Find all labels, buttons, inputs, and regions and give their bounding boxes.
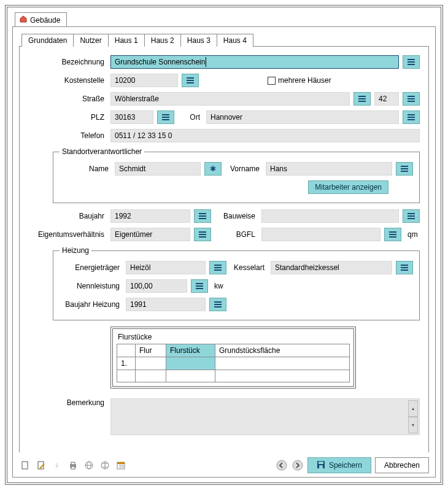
bulb-icon: ♀: [54, 460, 61, 470]
input-baujahr[interactable]: 1992: [110, 209, 190, 223]
input-strasse[interactable]: Wöhlerstraße: [110, 92, 350, 106]
tab-nutzer[interactable]: Nutzer: [73, 34, 108, 47]
input-bauweise[interactable]: [261, 209, 399, 223]
lookup-ort[interactable]: [403, 110, 420, 124]
label-baujahr: Baujahr: [28, 212, 107, 220]
schedule-button[interactable]: [115, 459, 127, 471]
legend-heizung: Heizung: [60, 246, 91, 255]
label-nennleistung: Nennleistung: [60, 282, 122, 290]
label-telefon: Telefon: [28, 131, 107, 140]
table-row[interactable]: 1.: [117, 357, 350, 370]
input-name[interactable]: Schmidt: [115, 162, 201, 176]
lookup-bezeichnung[interactable]: [403, 55, 420, 69]
checkbox-box: [268, 77, 276, 85]
forward-button[interactable]: [292, 459, 304, 471]
label-bemerkung: Bemerkung: [28, 398, 107, 407]
lookup-plz[interactable]: [157, 110, 174, 124]
svg-rect-58: [117, 462, 125, 464]
table-row[interactable]: [117, 370, 350, 382]
flur-table[interactable]: Flur Flurstück Grundstücksfläche 1.: [117, 344, 350, 382]
input-eigentum[interactable]: Eigentümer: [110, 228, 190, 241]
window-tab[interactable]: Gebäude: [15, 12, 67, 27]
globe2-button[interactable]: [99, 459, 111, 471]
svg-marker-0: [20, 16, 26, 22]
label-kesselart: Kesselart: [230, 263, 267, 272]
lookup-kostenstelle[interactable]: [182, 74, 199, 87]
label-name: Name: [60, 165, 111, 173]
window-title: Gebäude: [30, 16, 60, 25]
input-kesselart[interactable]: Standardheizkessel: [271, 261, 392, 274]
flurstuecke-box: Flurstücke Flur Flurstück Grundstücksflä…: [110, 327, 356, 389]
cancel-button[interactable]: Abbrechen: [375, 457, 429, 473]
input-ort[interactable]: Hannover: [206, 110, 399, 124]
lookup-nennleistung[interactable]: [191, 279, 208, 293]
scroll-down-icon: ▾: [408, 417, 418, 433]
gear-name-button[interactable]: ✱: [204, 162, 222, 176]
input-telefon[interactable]: 0511 / 12 33 15 0: [110, 129, 420, 142]
input-bezeichnung[interactable]: Grundschule Sonnenschein: [110, 55, 399, 69]
input-energietraeger[interactable]: Heizöl: [126, 261, 206, 274]
back-button[interactable]: [276, 459, 288, 471]
edit-doc-button[interactable]: [35, 459, 47, 471]
tab-haus2[interactable]: Haus 2: [144, 34, 181, 47]
group-heizung: Heizung Energieträger Heizöl Kesselart S…: [53, 246, 420, 320]
lookup-kesselart[interactable]: [396, 261, 413, 274]
globe1-button[interactable]: [83, 459, 95, 471]
group-standort: Standortverantwortlicher Name Schmidt ✱ …: [53, 147, 420, 203]
input-plz[interactable]: 30163: [110, 110, 153, 124]
input-bgfl[interactable]: [261, 228, 380, 241]
label-flurstuecke: Flurstücke: [118, 333, 350, 341]
tab-grunddaten[interactable]: Grunddaten: [21, 34, 74, 47]
input-vorname[interactable]: Hans: [266, 162, 392, 176]
input-nennleistung[interactable]: 100,00: [126, 279, 187, 293]
print-button[interactable]: [67, 459, 79, 471]
tab-pane-grunddaten: Bezeichnung Grundschule Sonnenschein Kos…: [19, 46, 429, 452]
label-plz: PLZ: [28, 113, 107, 122]
lookup-energietraeger[interactable]: [209, 261, 226, 274]
legend-standort: Standortverantwortlicher: [60, 147, 144, 156]
lookup-hausnr[interactable]: [403, 92, 420, 106]
input-hausnr[interactable]: 42: [374, 92, 399, 106]
label-bgfl: BGFL: [215, 230, 258, 239]
flur-col-num[interactable]: [117, 344, 136, 357]
lookup-baujahr[interactable]: [194, 209, 211, 223]
tab-haus3[interactable]: Haus 3: [180, 34, 217, 47]
checkbox-label: mehrere Häuser: [278, 76, 331, 85]
building-icon: [19, 15, 28, 25]
svg-rect-52: [71, 467, 75, 469]
new-doc-button[interactable]: [19, 459, 31, 471]
lookup-strasse[interactable]: [353, 92, 371, 106]
svg-point-62: [293, 460, 303, 470]
input-kostenstelle[interactable]: 10200: [110, 74, 178, 87]
lookup-bauweise[interactable]: [403, 209, 420, 223]
label-qm: qm: [405, 230, 420, 239]
label-bezeichnung: Bezeichnung: [28, 58, 107, 66]
lookup-vorname[interactable]: [396, 162, 413, 176]
lookup-eigentum[interactable]: [194, 228, 211, 241]
bulb-button[interactable]: ♀: [51, 459, 63, 471]
label-eigentum: Eigentumsverhältnis: [28, 230, 107, 239]
lookup-bgfl[interactable]: [384, 228, 401, 241]
bemerkung-scrollbar[interactable]: ▴ ▾: [408, 400, 418, 433]
flur-col-flur[interactable]: Flur: [136, 344, 166, 357]
label-energietraeger: Energieträger: [60, 263, 122, 272]
lookup-baujahr-heizung[interactable]: [209, 298, 226, 311]
tab-haus4[interactable]: Haus 4: [217, 34, 253, 47]
label-bauweise: Bauweise: [215, 212, 258, 220]
tab-haus1[interactable]: Haus 1: [108, 34, 145, 47]
scroll-up-icon: ▴: [408, 400, 418, 417]
save-button[interactable]: Speichern: [307, 457, 371, 473]
flur-col-flaeche[interactable]: Grundstücksfläche: [215, 344, 350, 357]
checkbox-mehrere-haeuser[interactable]: mehrere Häuser: [268, 76, 331, 85]
label-kostenstelle: Kostenstelle: [28, 76, 107, 85]
svg-rect-64: [319, 462, 323, 464]
flur-col-flurstueck[interactable]: Flurstück: [166, 344, 215, 357]
label-strasse: Straße: [28, 95, 107, 103]
input-bemerkung[interactable]: ▴ ▾: [110, 398, 420, 435]
show-employee-button[interactable]: Mitarbeiter anzeigen: [308, 180, 388, 194]
gear-icon: ✱: [210, 165, 216, 173]
input-baujahr-heizung[interactable]: 1991: [126, 298, 206, 311]
svg-point-61: [277, 460, 287, 470]
bottom-toolbar: ♀ Sp: [19, 452, 429, 473]
label-vorname: Vorname: [225, 165, 262, 173]
